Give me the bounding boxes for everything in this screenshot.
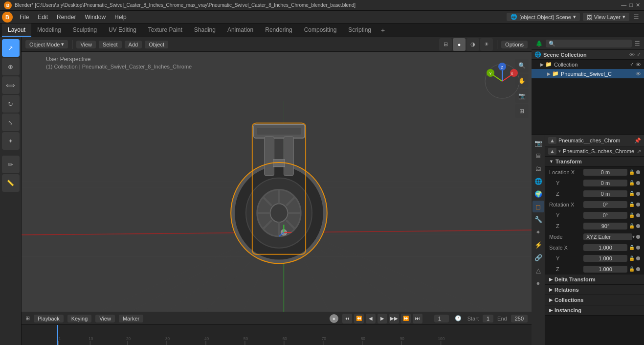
location-x-dot[interactable]: [636, 170, 640, 174]
menu-window[interactable]: Window: [81, 13, 110, 22]
maximize-btn[interactable]: □: [629, 2, 633, 8]
tab-rendering[interactable]: Rendering: [259, 23, 298, 37]
rotation-mode-value[interactable]: XYZ Euler: [583, 233, 632, 240]
rotation-y-value[interactable]: 0°: [583, 212, 627, 219]
delta-transform-header[interactable]: ▶ Delta Transform: [545, 275, 644, 285]
prev-keyframe-btn[interactable]: ⏪: [354, 314, 364, 323]
blender-menu-logo[interactable]: B: [2, 12, 13, 23]
mode-selector[interactable]: Object Mode ▾: [25, 40, 68, 48]
view-layer-selector[interactable]: 🖼 View Layer ▾: [583, 13, 629, 21]
options-btn[interactable]: Options: [501, 41, 528, 48]
scale-x-lock[interactable]: 🔒: [629, 245, 635, 250]
add-menu[interactable]: Add: [125, 41, 142, 48]
tab-layout[interactable]: Layout: [2, 23, 31, 37]
jump-start-btn[interactable]: ⏮: [342, 314, 352, 323]
minimize-btn[interactable]: —: [621, 2, 626, 8]
rotation-z-lock[interactable]: 🔒: [629, 223, 635, 229]
datablock-pin[interactable]: ↗: [637, 148, 641, 155]
scale-z-dot[interactable]: [636, 267, 640, 271]
props-tab-constraints[interactable]: 🔗: [533, 252, 544, 263]
shading-wireframe-btn[interactable]: ⊟: [439, 38, 452, 51]
location-x-lock[interactable]: 🔒: [629, 169, 635, 175]
jump-end-btn[interactable]: ⏭: [413, 314, 422, 323]
shading-material-btn[interactable]: ◑: [466, 38, 479, 51]
tool-move[interactable]: ⟺: [2, 76, 20, 94]
scale-x-dot[interactable]: [636, 246, 640, 250]
outliner-filter-btn[interactable]: ☰: [635, 40, 640, 47]
tool-scale[interactable]: ⤡: [2, 114, 20, 131]
viewport-3d[interactable]: User Perspective (1) Collection | Pneuma…: [22, 37, 532, 345]
tool-cursor[interactable]: ⊕: [2, 58, 20, 75]
object-menu[interactable]: Object: [145, 41, 168, 48]
props-tab-particles[interactable]: ✦: [533, 226, 544, 238]
props-tab-material[interactable]: ●: [533, 277, 544, 289]
prev-frame-btn[interactable]: ◀: [366, 314, 376, 323]
tool-annotate[interactable]: ✏: [2, 156, 20, 173]
timeline-collapse-btn[interactable]: ⊞: [25, 315, 30, 322]
keying-menu[interactable]: Keying: [67, 315, 92, 322]
location-z-lock[interactable]: 🔒: [629, 191, 635, 196]
shading-rendered-btn[interactable]: ☀: [480, 38, 493, 51]
rotation-y-lock[interactable]: 🔒: [629, 212, 635, 218]
tab-animation[interactable]: Animation: [222, 23, 259, 37]
mode-dropdown-icon[interactable]: ▾: [632, 234, 635, 239]
tool-transform[interactable]: ✦: [2, 132, 20, 150]
coll-eye[interactable]: 👁: [636, 62, 641, 68]
rotation-x-value[interactable]: 0°: [583, 201, 627, 208]
props-tab-physics[interactable]: ⚡: [533, 239, 544, 251]
menu-file[interactable]: File: [16, 13, 33, 22]
scene-selector[interactable]: 🌐 [object Object] Scene ▾: [507, 13, 580, 21]
instancing-header[interactable]: ▶ Instancing: [545, 305, 644, 316]
location-y-value[interactable]: 0 m: [583, 180, 627, 186]
rotation-z-dot[interactable]: [636, 224, 640, 228]
tab-texture-paint[interactable]: Texture Paint: [142, 23, 188, 37]
rotation-x-lock[interactable]: 🔒: [629, 202, 635, 207]
playback-menu[interactable]: Playback: [34, 315, 64, 322]
scene-coll-eye[interactable]: 👁: [629, 52, 635, 58]
sub-collection-item[interactable]: ▶ 📁 Pneumatic_Swivel_C 👁: [532, 69, 644, 78]
scene-coll-check[interactable]: ✓: [637, 51, 641, 58]
view-menu[interactable]: View: [76, 41, 96, 48]
rotation-z-value[interactable]: 90°: [583, 223, 627, 230]
sub-coll-eye[interactable]: 👁: [636, 71, 641, 77]
rotation-y-dot[interactable]: [636, 213, 640, 217]
collection-item[interactable]: ▶ 📁 Collection ✓ 👁: [532, 60, 644, 69]
pin-icon[interactable]: 📌: [634, 138, 641, 144]
navigation-gizmo[interactable]: X Y Z: [483, 62, 522, 101]
menu-help[interactable]: Help: [111, 13, 131, 22]
marker-menu[interactable]: Marker: [119, 315, 143, 322]
select-menu[interactable]: Select: [99, 41, 122, 48]
props-tab-render[interactable]: 📷: [533, 137, 544, 149]
play-btn[interactable]: ▶: [378, 314, 387, 323]
location-y-lock[interactable]: 🔒: [629, 180, 635, 185]
close-btn[interactable]: ✕: [636, 2, 640, 8]
next-frame-btn[interactable]: ▶▶: [389, 314, 399, 323]
add-workspace-btn[interactable]: +: [377, 23, 389, 37]
tab-uv-editing[interactable]: UV Editing: [103, 23, 142, 37]
props-tab-world[interactable]: 🌍: [533, 188, 544, 200]
tab-scripting[interactable]: Scripting: [342, 23, 377, 37]
frame-current-display[interactable]: 1: [434, 315, 449, 322]
tool-rotate[interactable]: ↻: [2, 95, 20, 113]
filter-icon[interactable]: ☰: [630, 12, 642, 22]
tab-compositing[interactable]: Compositing: [298, 23, 343, 37]
tab-modeling[interactable]: Modeling: [31, 23, 67, 37]
rotation-x-dot[interactable]: [636, 203, 640, 207]
location-x-value[interactable]: 0 m: [583, 169, 627, 176]
props-tab-scene[interactable]: 🌐: [533, 175, 544, 187]
tab-sculpting[interactable]: Sculpting: [67, 23, 103, 37]
scale-x-value[interactable]: 1.000: [583, 244, 627, 251]
location-y-dot[interactable]: [636, 181, 640, 185]
scale-y-lock[interactable]: 🔒: [629, 255, 635, 261]
menu-render[interactable]: Render: [53, 13, 80, 22]
props-tab-modifier[interactable]: 🔧: [533, 213, 544, 225]
props-tab-viewlayer[interactable]: 🗂: [533, 162, 544, 174]
location-z-dot[interactable]: [636, 192, 640, 196]
collections-header[interactable]: ▶ Collections: [545, 295, 644, 305]
outliner-search[interactable]: [546, 40, 632, 47]
scale-z-value[interactable]: 1.000: [583, 266, 627, 273]
props-tab-object[interactable]: ◻: [533, 201, 544, 212]
coll-check[interactable]: ✓: [630, 61, 634, 68]
props-tab-output[interactable]: 🖥: [533, 150, 544, 161]
scale-y-value[interactable]: 1.000: [583, 255, 627, 262]
